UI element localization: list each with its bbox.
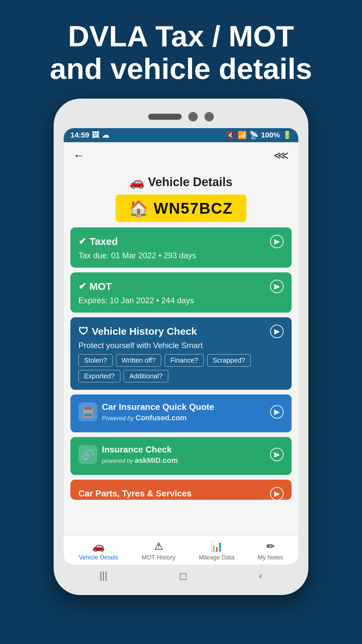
history-description: Protect yourself with Vehicle Smart (78, 341, 284, 350)
history-check-card[interactable]: 🛡 Vehicle History Check ▶ Protect yourse… (70, 317, 292, 390)
badge-scrapped[interactable]: Scrapped? (207, 354, 251, 367)
status-time: 14:59 (70, 131, 89, 140)
badge-written-off[interactable]: Written off? (116, 354, 162, 367)
mot-arrow: ▶ (270, 280, 284, 293)
insurance-quote-icon: 🧮 (78, 402, 97, 421)
license-plate: 🏠 WN57BCZ (116, 195, 246, 222)
status-right: 🔇 📶 📡 100% 🔋 (226, 131, 292, 140)
phone-top (64, 109, 298, 128)
bottom-nav: 🚗 Vehicle Details ⚠ MOT History 📊 Mileag… (64, 535, 298, 565)
nav-vehicle-label: Vehicle Details (79, 554, 118, 561)
mot-subtitle: Expires: 10 Jan 2022 • 244 days (78, 296, 284, 305)
tax-subtitle: Tax due: 01 Mar 2022 • 293 days (78, 251, 284, 260)
nav-item-vehicle-details[interactable]: 🚗 Vehicle Details (79, 540, 118, 561)
history-arrow: ▶ (270, 325, 284, 338)
insurance-check-powered: powered by askMID.com (102, 456, 270, 465)
header-title: DVLA Tax / MOT and vehicle details (50, 20, 312, 85)
phone-speaker (148, 114, 182, 120)
tax-title: Taxed (89, 236, 118, 247)
badge-additional[interactable]: Additional? (124, 370, 168, 382)
car-parts-arrow: ▶ (270, 487, 284, 500)
mot-card[interactable]: ✔ MOT ▶ Expires: 10 Jan 2022 • 244 days (70, 272, 292, 313)
phone-home-gesture: ◻ (179, 570, 187, 582)
nav-vehicle-icon: 🚗 (92, 540, 105, 552)
plate-number: WN57BCZ (154, 199, 233, 217)
status-image-icon: 🖼 (92, 131, 99, 140)
phone-frame: 14:59 🖼 ☁ 🔇 📶 📡 100% 🔋 ← ⋘ 🚗 Vehicle Det… (54, 99, 308, 595)
status-wifi-icon: 📶 (238, 131, 247, 140)
status-mute-icon: 🔇 (226, 131, 235, 140)
page-header: DVLA Tax / MOT and vehicle details (37, 0, 326, 99)
nav-mot-label: MOT History (142, 554, 176, 561)
status-cloud-icon: ☁ (102, 131, 109, 140)
status-bar: 14:59 🖼 ☁ 🔇 📶 📡 100% 🔋 (64, 128, 298, 142)
confused-brand: Confused.com (135, 414, 187, 422)
status-battery: 100% (261, 131, 280, 140)
mot-title: MOT (89, 281, 112, 292)
phone-camera2 (204, 112, 214, 121)
nav-notes-label: My Notes (258, 554, 283, 561)
back-button[interactable]: ← (73, 148, 85, 162)
page-title: 🚗 Vehicle Details (70, 175, 292, 189)
nav-mileage-icon: 📊 (210, 540, 223, 552)
phone-bottom-bar: ||| ◻ ‹ (64, 565, 298, 585)
tax-card[interactable]: ✔ Taxed ▶ Tax due: 01 Mar 2022 • 293 day… (70, 227, 292, 268)
share-button[interactable]: ⋘ (274, 149, 289, 162)
insurance-check-arrow: ▶ (270, 448, 284, 461)
insurance-quote-title: Car Insurance Quick Quote (102, 402, 270, 412)
plate-icon: 🏠 (129, 199, 149, 217)
app-content: 🚗 Vehicle Details 🏠 WN57BCZ ✔ Taxed ▶ Ta… (64, 168, 298, 535)
page-title-section: 🚗 Vehicle Details (70, 168, 292, 195)
history-badges: Stolen? Written off? Finance? Scrapped? … (78, 354, 284, 382)
badge-stolen[interactable]: Stolen? (78, 354, 113, 367)
insurance-quote-card[interactable]: 🧮 Car Insurance Quick Quote Powered by C… (70, 394, 292, 432)
phone-camera (188, 112, 198, 121)
phone-recent-gesture: ||| (100, 570, 107, 581)
nav-item-mileage[interactable]: 📊 Mileage Data (199, 540, 234, 561)
nav-mileage-label: Mileage Data (199, 554, 234, 561)
mot-check-icon: ✔ (78, 281, 86, 292)
insurance-quote-powered: Powered by Confused.com (102, 414, 270, 422)
tax-arrow: ▶ (270, 235, 284, 248)
phone-screen: 14:59 🖼 ☁ 🔇 📶 📡 100% 🔋 ← ⋘ 🚗 Vehicle Det… (64, 128, 298, 565)
phone-back-gesture: ‹ (259, 570, 262, 581)
badge-exported[interactable]: Exported? (78, 370, 120, 382)
nav-notes-icon: ✏ (266, 540, 275, 552)
car-parts-title: Car Parts, Tyres & Services (78, 488, 192, 499)
status-left: 14:59 🖼 ☁ (70, 131, 109, 140)
insurance-check-icon: 🔗 (78, 445, 97, 464)
nav-item-mot-history[interactable]: ⚠ MOT History (142, 540, 176, 561)
app-toolbar: ← ⋘ (64, 142, 298, 168)
history-title: Vehicle History Check (92, 326, 197, 337)
insurance-check-card[interactable]: 🔗 Insurance Check powered by askMID.com … (70, 437, 292, 475)
car-parts-card[interactable]: Car Parts, Tyres & Services ▶ (70, 480, 292, 500)
nav-mot-icon: ⚠ (154, 540, 163, 552)
status-signal-icon: 📡 (249, 131, 258, 140)
nav-item-notes[interactable]: ✏ My Notes (258, 540, 283, 561)
tax-check-icon: ✔ (78, 236, 86, 247)
askmid-brand: askMID.com (135, 456, 178, 465)
insurance-quote-arrow: ▶ (270, 405, 284, 419)
insurance-check-title: Insurance Check (102, 444, 270, 455)
battery-icon: 🔋 (283, 131, 292, 140)
badge-finance[interactable]: Finance? (165, 354, 203, 367)
shield-icon: 🛡 (78, 326, 88, 337)
